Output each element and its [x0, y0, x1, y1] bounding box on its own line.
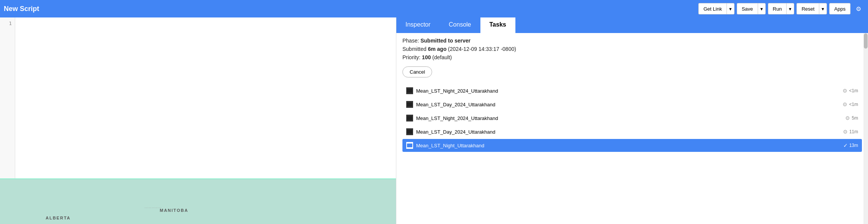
right-inner: Phase: Submitted to server Submitted 6m … — [396, 33, 868, 224]
run-dropdown-button[interactable]: ▾ — [786, 3, 794, 14]
task-name: Mean_LST_Night_2024_Uttarakhand — [416, 115, 842, 121]
task-time: <1m — [849, 88, 858, 93]
run-group: Run ▾ — [768, 3, 795, 14]
task-image-icon — [406, 101, 413, 108]
main-area: 1 ALBERTA ............ MANITOBA Inspecto… — [0, 17, 868, 224]
tab-tasks[interactable]: Tasks — [480, 17, 515, 33]
task-gear-icon: ⚙ — [843, 88, 847, 94]
priority-line: Priority: 100 (default) — [402, 54, 862, 60]
get-link-dropdown-button[interactable]: ▾ — [727, 3, 734, 14]
save-dropdown-button[interactable]: ▾ — [758, 3, 766, 14]
task-name: Mean_LST_Day_2024_Uttarakhand — [416, 102, 839, 107]
phase-line: Phase: Submitted to server — [402, 38, 862, 44]
line-number-1: 1 — [3, 21, 12, 26]
map-label-alberta: ALBERTA — [46, 216, 71, 220]
priority-default: (default) — [432, 54, 452, 60]
task-image-icon — [406, 142, 413, 149]
submitted-ago: 6m ago — [428, 46, 447, 52]
submitted-label: Submitted — [402, 46, 426, 52]
right-panel: Inspector Console Tasks Phase: Submitted… — [396, 17, 868, 224]
task-time-area: ⚙ <1m — [843, 101, 858, 107]
task-item-selected[interactable]: Mean_LST_Night_Uttarakhand ✓ 13m — [402, 139, 862, 152]
scrollbar-track[interactable] — [863, 33, 868, 224]
cancel-button[interactable]: Cancel — [402, 66, 432, 77]
submitted-line: Submitted 6m ago (2024-12-09 14:33:17 -0… — [402, 46, 862, 52]
task-gear-icon: ⚙ — [843, 101, 847, 107]
inspector-body: Phase: Submitted to server Submitted 6m … — [396, 33, 868, 224]
reset-button[interactable]: Reset — [796, 3, 819, 14]
task-name: Mean_LST_Night_Uttarakhand — [416, 143, 840, 148]
settings-icon[interactable]: ⚙ — [853, 3, 864, 14]
priority-label: Priority: — [402, 54, 420, 60]
reset-group: Reset ▾ — [796, 3, 827, 14]
map-area: ALBERTA ............ MANITOBA — [0, 178, 396, 224]
priority-value: 100 — [422, 54, 431, 60]
task-time-area: ⚙ 11m — [843, 129, 858, 135]
task-check-icon: ✓ — [843, 142, 848, 148]
page-title: New Script — [4, 5, 39, 13]
task-time-area: ✓ 13m — [843, 142, 858, 148]
inspector-content: Phase: Submitted to server Submitted 6m … — [396, 33, 868, 156]
map-label-manitoba: MANITOBA — [160, 208, 188, 213]
scrollbar-thumb[interactable] — [864, 33, 868, 49]
task-time-area: ⚙ <1m — [843, 88, 858, 94]
phase-value: Submitted to server — [420, 38, 470, 44]
apps-button[interactable]: Apps — [829, 3, 851, 14]
task-image-icon — [406, 87, 413, 94]
task-name: Mean_LST_Day_2024_Uttarakhand — [416, 129, 840, 135]
save-button[interactable]: Save — [737, 3, 758, 14]
task-image-icon — [406, 128, 413, 135]
editor-area: 1 ALBERTA ............ MANITOBA — [0, 17, 396, 224]
task-time: 5m — [852, 115, 858, 121]
task-time-area: ⚙ 5m — [845, 115, 858, 121]
task-list: Mean_LST_Night_2024_Uttarakhand ⚙ <1m Me… — [402, 84, 862, 152]
tab-bar: Inspector Console Tasks — [396, 17, 868, 33]
task-name: Mean_LST_Night_2024_Uttarakhand — [416, 88, 839, 94]
get-link-group: Get Link ▾ — [698, 3, 734, 14]
phase-label: Phase: — [402, 38, 419, 44]
run-button[interactable]: Run — [768, 3, 787, 14]
code-editor[interactable] — [15, 17, 396, 178]
task-time: 11m — [849, 129, 858, 134]
task-image-icon — [406, 115, 413, 121]
task-item[interactable]: Mean_LST_Night_2024_Uttarakhand ⚙ 5m — [402, 112, 862, 125]
submitted-date: (2024-12-09 14:33:17 -0800) — [448, 46, 516, 52]
map-dots: ............ — [145, 205, 162, 209]
line-numbers: 1 — [0, 17, 15, 178]
get-link-button[interactable]: Get Link — [698, 3, 726, 14]
tab-console[interactable]: Console — [440, 17, 480, 33]
editor-content: 1 — [0, 17, 396, 178]
reset-dropdown-button[interactable]: ▾ — [819, 3, 827, 14]
task-item[interactable]: Mean_LST_Night_2024_Uttarakhand ⚙ <1m — [402, 84, 862, 97]
task-gear-icon: ⚙ — [845, 115, 850, 121]
task-gear-icon: ⚙ — [843, 129, 848, 135]
tab-inspector[interactable]: Inspector — [396, 17, 440, 33]
save-group: Save ▾ — [737, 3, 766, 14]
toolbar: New Script Get Link ▾ Save ▾ Run ▾ Reset… — [0, 0, 868, 17]
task-time: <1m — [849, 102, 858, 107]
task-item[interactable]: Mean_LST_Day_2024_Uttarakhand ⚙ <1m — [402, 98, 862, 111]
task-item[interactable]: Mean_LST_Day_2024_Uttarakhand ⚙ 11m — [402, 125, 862, 138]
task-time: 13m — [849, 143, 858, 148]
